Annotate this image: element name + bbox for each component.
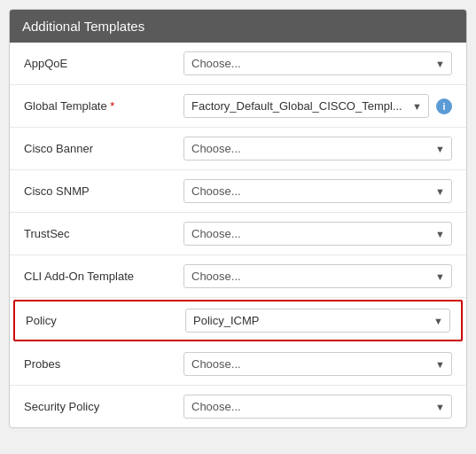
select-wrapper-policy: Policy_ICMP▼	[185, 309, 450, 333]
select-appqoe[interactable]: Choose...	[183, 51, 452, 75]
select-policy[interactable]: Policy_ICMP	[185, 309, 450, 333]
label-probes: Probes	[24, 357, 183, 371]
label-security-policy: Security Policy	[24, 400, 183, 413]
form-row-security-policy: Security PolicyChoose...▼	[10, 386, 466, 427]
form-row-cisco-snmp: Cisco SNMPChoose...▼	[10, 170, 466, 213]
label-trustsec: TrustSec	[24, 227, 183, 240]
select-wrapper-global-template: Factory_Default_Global_CISCO_Templ...▼	[183, 94, 429, 118]
label-global-template: Global Template *	[24, 99, 183, 113]
label-cisco-snmp: Cisco SNMP	[24, 184, 183, 198]
control-wrapper-trustsec: Choose...▼	[183, 222, 452, 246]
control-wrapper-cli-addon: Choose...▼	[183, 264, 452, 288]
select-wrapper-trustsec: Choose...▼	[183, 222, 452, 246]
control-wrapper-appqoe: Choose...▼	[183, 51, 452, 75]
required-indicator: *	[107, 99, 115, 113]
info-icon-global-template[interactable]: i	[436, 98, 452, 114]
control-wrapper-cisco-snmp: Choose...▼	[183, 179, 452, 203]
form-row-appqoe: AppQoEChoose...▼	[10, 43, 466, 85]
select-trustsec[interactable]: Choose...	[183, 222, 452, 246]
panel-title: Additional Templates	[22, 19, 144, 34]
control-wrapper-security-policy: Choose...▼	[183, 395, 452, 419]
select-wrapper-cli-addon: Choose...▼	[183, 264, 452, 288]
form-row-global-template: Global Template *Factory_Default_Global_…	[10, 85, 466, 128]
form-row-cisco-banner: Cisco BannerChoose...▼	[10, 128, 466, 170]
label-policy: Policy	[26, 314, 185, 327]
select-wrapper-cisco-banner: Choose...▼	[183, 137, 452, 160]
panel-body: AppQoEChoose...▼Global Template *Factory…	[10, 43, 466, 427]
label-cli-addon: CLI Add-On Template	[24, 270, 183, 283]
select-cisco-banner[interactable]: Choose...	[183, 137, 452, 160]
select-security-policy[interactable]: Choose...	[183, 395, 452, 419]
select-cisco-snmp[interactable]: Choose...	[183, 179, 452, 203]
control-wrapper-probes: Choose...▼	[183, 352, 452, 376]
select-wrapper-security-policy: Choose...▼	[183, 395, 452, 419]
form-row-trustsec: TrustSecChoose...▼	[10, 213, 466, 255]
select-global-template[interactable]: Factory_Default_Global_CISCO_Templ...	[183, 94, 429, 118]
control-wrapper-policy: Policy_ICMP▼	[185, 309, 450, 333]
form-row-probes: ProbesChoose...▼	[10, 343, 466, 386]
control-wrapper-cisco-banner: Choose...▼	[183, 137, 452, 160]
label-appqoe: AppQoE	[24, 57, 183, 70]
select-probes[interactable]: Choose...	[183, 352, 452, 376]
select-wrapper-appqoe: Choose...▼	[183, 51, 452, 75]
control-wrapper-global-template: Factory_Default_Global_CISCO_Templ...▼i	[183, 94, 452, 118]
select-cli-addon[interactable]: Choose...	[183, 264, 452, 288]
select-wrapper-cisco-snmp: Choose...▼	[183, 179, 452, 203]
select-wrapper-probes: Choose...▼	[183, 352, 452, 376]
form-row-policy: PolicyPolicy_ICMP▼	[13, 300, 463, 341]
form-row-cli-addon: CLI Add-On TemplateChoose...▼	[10, 255, 466, 298]
additional-templates-panel: Additional Templates AppQoEChoose...▼Glo…	[9, 9, 467, 428]
label-cisco-banner: Cisco Banner	[24, 142, 183, 155]
panel-header: Additional Templates	[10, 10, 466, 43]
